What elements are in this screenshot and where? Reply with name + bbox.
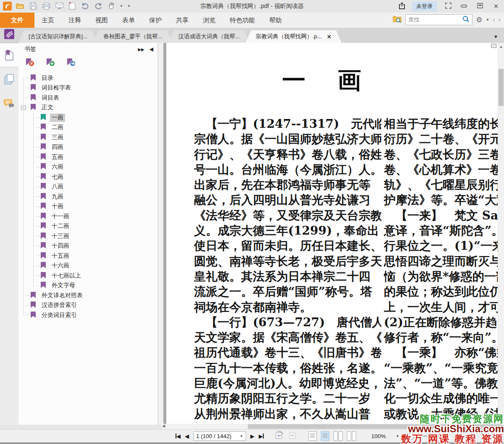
save-icon[interactable]: [29, 1, 38, 11]
bookmark-label: 十画: [50, 202, 65, 211]
pages-panel-button[interactable]: [0, 67, 18, 92]
vertical-scrollbar[interactable]: ▲: [498, 43, 504, 425]
document-tab[interactable]: 宗教词典（我帮找网）.p...✕: [246, 30, 341, 43]
bookmark-item[interactable]: −正文: [18, 103, 158, 113]
open-file-icon[interactable]: [16, 1, 25, 11]
collapse-panel-icon[interactable]: ◀: [150, 46, 153, 52]
page-number-field[interactable]: 1 (100 / 1442) ▼: [193, 431, 246, 441]
bookmark-item[interactable]: 十四画: [18, 241, 158, 251]
expand-panel-icon[interactable]: ▶▶: [138, 47, 144, 52]
bookmark-item[interactable]: 汉语拼音索引: [18, 301, 158, 311]
ribbon-tab-9[interactable]: 帮助: [262, 13, 289, 28]
bookmark-item[interactable]: 八画: [18, 182, 158, 192]
search-settings-dropdown-icon[interactable]: ▼: [486, 18, 489, 22]
ribbon-tab-file[interactable]: 文件: [0, 13, 34, 28]
panel-splitter[interactable]: [163, 43, 166, 425]
text-line: 【一来】 梵文 Sakṛd: [384, 208, 498, 223]
last-page-button[interactable]: ▶: [259, 433, 264, 439]
find-next-icon[interactable]: ›: [499, 16, 501, 24]
minimize-icon[interactable]: [459, 3, 469, 10]
redo-icon[interactable]: [94, 1, 103, 11]
bookmark-item[interactable]: 十七画以上: [18, 271, 158, 281]
bookmark-item[interactable]: 十三画: [18, 231, 158, 241]
find-previous-icon[interactable]: ‹: [493, 16, 495, 24]
bookmark-item[interactable]: 九画: [18, 192, 158, 202]
single-page-view-icon[interactable]: [308, 431, 317, 441]
ribbon-tab-2[interactable]: 注释: [61, 13, 88, 28]
vertical-scroll-thumb[interactable]: [499, 69, 504, 106]
page-field-dropdown-icon[interactable]: ▼: [240, 434, 243, 438]
undo-icon[interactable]: [81, 1, 90, 11]
next-page-button[interactable]: ▶: [250, 433, 255, 439]
read-mode-icon[interactable]: [4, 29, 14, 41]
tab-list-dropdown-icon[interactable]: ▼: [494, 34, 498, 39]
document-page[interactable]: 一 画 【一宁】(1247--1317) 元代临济宗僧人。据《一山国师妙慈弘济大…: [166, 43, 498, 425]
print-icon[interactable]: [42, 1, 51, 11]
bookmark-item[interactable]: 外文译名对照表: [18, 291, 158, 301]
bookmark-item[interactable]: 三画: [18, 132, 158, 143]
hand-tool-dropdown-icon[interactable]: ▼: [120, 1, 123, 11]
bookmark-item[interactable]: 分类词目索引: [18, 310, 158, 320]
facing-view-icon[interactable]: [333, 431, 343, 441]
ribbon-tab-7[interactable]: 浏览: [196, 13, 223, 28]
hand-tool-icon[interactable]: [107, 1, 116, 11]
document-restore-icon[interactable]: [491, 44, 496, 48]
bookmark-item[interactable]: 词目检字表: [18, 83, 158, 93]
next-view-icon[interactable]: [288, 431, 297, 441]
bookmark-item[interactable]: 五画: [18, 152, 158, 162]
search-icon[interactable]: [462, 16, 470, 24]
document-tab[interactable]: 汉语成语大词典（我帮...: [168, 30, 250, 43]
ribbon-tab-8[interactable]: 特色功能: [223, 13, 262, 28]
ribbon-tab-6[interactable]: 共享: [169, 13, 196, 28]
bookmark-item[interactable]: 十五画: [18, 251, 158, 261]
tab-close-icon[interactable]: ✕: [327, 34, 331, 40]
new-document-icon[interactable]: *: [68, 1, 77, 11]
delete-bookmark-icon[interactable]: [25, 58, 35, 69]
goto-bookmark-icon[interactable]: [66, 58, 76, 69]
bookmark-item[interactable]: 六画: [18, 162, 158, 172]
comments-panel-button[interactable]: [0, 92, 18, 116]
continuous-facing-view-icon[interactable]: [347, 431, 356, 441]
bookmark-label: 五画: [50, 153, 65, 161]
bookmark-item[interactable]: 二画: [18, 123, 158, 133]
bookmark-item[interactable]: 十一画: [18, 211, 158, 222]
ribbon-tab-4[interactable]: 表单: [115, 13, 142, 28]
restore-icon[interactable]: [475, 3, 485, 10]
fullscreen-icon[interactable]: [444, 3, 453, 10]
email-icon[interactable]: [55, 1, 64, 11]
search-input[interactable]: 查找: [405, 14, 472, 25]
bookmarks-panel-button[interactable]: [0, 43, 18, 67]
text-line: 融公，后入四明山从普光寺处谦习: [194, 193, 381, 208]
bookmark-item[interactable]: 四画: [18, 143, 158, 153]
bookmark-item[interactable]: 词目表: [18, 93, 158, 103]
ribbon-tab-3[interactable]: 视图: [88, 13, 115, 28]
ribbon-tab-5[interactable]: 保护: [142, 13, 169, 28]
bookmark-item[interactable]: 十二画: [18, 222, 158, 232]
bookmark-item[interactable]: 十六画: [18, 261, 158, 271]
document-tab[interactable]: 春秋图表_廖平（我帮...: [93, 30, 172, 43]
bookmark-item[interactable]: 一画: [18, 113, 158, 123]
sidebar-scrollbar[interactable]: [158, 43, 163, 425]
zoom-level[interactable]: 100%: [371, 433, 386, 439]
previous-view-icon[interactable]: [275, 431, 284, 441]
customize-toolbar-icon[interactable]: ▼: [127, 1, 131, 11]
bookmark-item[interactable]: 目录: [18, 73, 158, 83]
bookmark-item[interactable]: 外文字母: [18, 281, 158, 291]
continuous-view-icon[interactable]: [321, 431, 329, 441]
watermark-line3: 数万 网课 教程 资源: [401, 434, 504, 444]
bookmark-item[interactable]: 十画: [18, 202, 158, 212]
add-bookmark-icon[interactable]: [46, 58, 56, 69]
document-tab[interactable]: [古汉语知识详解辞典]...: [18, 30, 97, 43]
first-page-button[interactable]: ◀: [176, 433, 181, 439]
login-button[interactable]: 未登录: [412, 1, 437, 11]
bookmark-item[interactable]: 七画: [18, 172, 158, 182]
share-icon[interactable]: [398, 2, 405, 11]
close-icon[interactable]: ✕: [491, 3, 501, 10]
scroll-left-icon[interactable]: ◀: [162, 424, 165, 428]
zoom-dropdown-icon[interactable]: ▼: [396, 434, 399, 438]
scroll-up-icon[interactable]: ▲: [498, 45, 504, 49]
ribbon-tab-1[interactable]: 主页: [34, 13, 61, 28]
search-in-files-icon[interactable]: [393, 15, 402, 25]
previous-page-button[interactable]: ◀: [185, 433, 189, 439]
search-settings-icon[interactable]: ⚙: [476, 16, 482, 24]
